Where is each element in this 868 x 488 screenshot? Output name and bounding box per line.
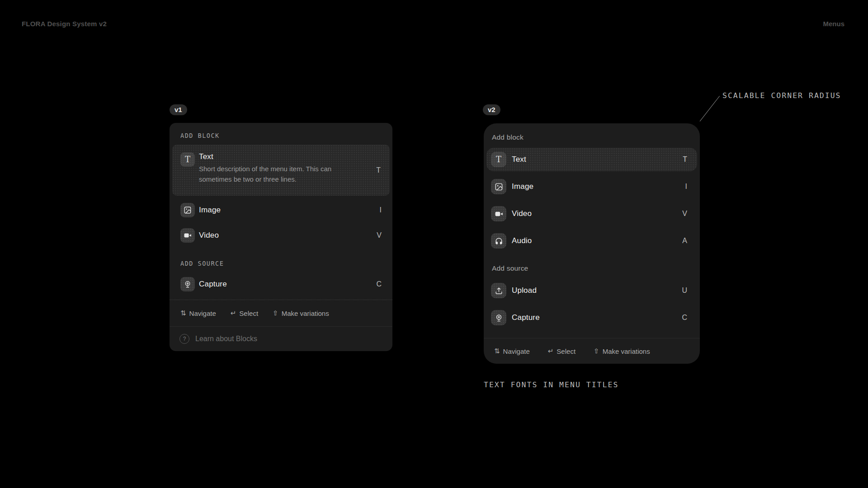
- shortcut-key: A: [682, 237, 687, 245]
- menu-item-label: Text: [512, 155, 526, 164]
- upload-icon: [491, 283, 506, 298]
- menu-item-capture[interactable]: Capture C: [486, 306, 697, 329]
- hint-navigate: ⇅ Navigate: [180, 309, 216, 317]
- hint-label: Navigate: [503, 347, 530, 355]
- menu-item-text[interactable]: T Text T: [486, 148, 697, 171]
- return-key-icon: ↵: [231, 309, 236, 317]
- menu-item-label: Upload: [512, 286, 537, 295]
- section-header-add-block: Add block: [484, 123, 700, 148]
- menu-footer-hints: ⇅ Navigate ↵ Select ⇧ Make variations: [484, 338, 700, 364]
- shortcut-key: V: [377, 231, 382, 239]
- shortcut-key: C: [682, 314, 687, 322]
- menu-spacer: [484, 333, 700, 338]
- shift-key-icon: ⇧: [594, 347, 599, 355]
- shortcut-key: U: [682, 286, 687, 295]
- shortcut-key: I: [380, 206, 382, 214]
- video-icon: [180, 228, 195, 243]
- menu-item-image[interactable]: Image I: [486, 175, 697, 198]
- menu-item-label: Capture: [512, 313, 540, 322]
- text-block-icon: T: [180, 152, 195, 167]
- section-header-add-block: ADD BLOCK: [170, 123, 392, 145]
- menu-item-image[interactable]: Image I: [172, 199, 390, 221]
- menu-v2: Add block T Text T Image I Video: [484, 123, 700, 364]
- image-icon: [491, 179, 506, 194]
- shortcut-key: T: [376, 166, 381, 174]
- menu-item-label: Video: [199, 231, 219, 240]
- hint-select: ↵ Select: [231, 309, 258, 317]
- capture-webcam-icon: [180, 277, 195, 291]
- menu-v1: ADD BLOCK T Text Short description of th…: [170, 123, 392, 351]
- hint-make-variations: ⇧ Make variations: [273, 309, 329, 317]
- shift-key-icon: ⇧: [273, 309, 278, 317]
- hint-select: ↵ Select: [548, 347, 576, 355]
- annotation-menu-titles: TEXT FONTS IN MENU TITLES: [484, 380, 618, 389]
- menu-footer-hints: ⇅ Navigate ↵ Select ⇧ Make variations: [170, 300, 392, 326]
- menu-item-text[interactable]: T Text Short description of the menu ite…: [172, 145, 390, 196]
- menu-item-label: Text: [199, 152, 350, 161]
- menu-item-label: Video: [512, 209, 532, 218]
- hint-label: Select: [239, 310, 258, 317]
- arrows-up-down-icon: ⇅: [180, 309, 186, 317]
- page-title: FLORA Design System v2: [22, 20, 107, 28]
- menu-item-video[interactable]: Video V: [486, 202, 697, 225]
- version-badge-v2: v2: [483, 104, 500, 115]
- arrows-up-down-icon: ⇅: [494, 347, 500, 355]
- version-badge-v1: v1: [170, 104, 187, 115]
- shortcut-key: I: [685, 183, 687, 191]
- menu-item-text-content: Text Short description of the menu item.…: [199, 152, 350, 184]
- shortcut-key: T: [683, 155, 687, 164]
- menu-item-capture[interactable]: Capture C: [172, 273, 390, 295]
- menu-item-upload[interactable]: Upload U: [486, 279, 697, 302]
- return-key-icon: ↵: [548, 347, 554, 355]
- menu-item-label: Image: [199, 206, 221, 215]
- section-header-add-source: ADD SOURCE: [170, 246, 392, 273]
- shortcut-key: C: [376, 280, 382, 288]
- menu-item-label: Capture: [199, 280, 227, 289]
- menu-item-label: Image: [512, 182, 533, 191]
- menu-item-video[interactable]: Video V: [172, 225, 390, 246]
- hint-label: Make variations: [603, 347, 650, 355]
- hint-label: Select: [557, 347, 576, 355]
- menu-item-label: Audio: [512, 236, 532, 245]
- annotation-corner-radius: SCALABLE CORNER RADIUS: [722, 91, 841, 100]
- image-icon: [180, 203, 195, 217]
- nav-menus-label[interactable]: Menus: [823, 20, 844, 28]
- hint-navigate: ⇅ Navigate: [494, 347, 530, 355]
- question-mark-icon: ?: [179, 334, 189, 344]
- learn-about-blocks-link[interactable]: ? Learn about Blocks: [170, 327, 392, 351]
- design-system-canvas: FLORA Design System v2 Menus v1 ADD BLOC…: [0, 0, 868, 488]
- shortcut-key: V: [682, 210, 687, 218]
- capture-webcam-icon: [491, 310, 506, 325]
- menu-item-audio[interactable]: Audio A: [486, 229, 697, 253]
- video-icon: [491, 206, 506, 221]
- text-block-icon: T: [491, 152, 506, 167]
- hint-label: Make variations: [282, 310, 329, 317]
- section-header-add-source: Add source: [484, 256, 700, 279]
- hint-make-variations: ⇧ Make variations: [594, 347, 650, 355]
- audio-icon: [491, 233, 506, 249]
- menu-item-description: Short description of the menu item. This…: [199, 164, 350, 184]
- annotation-pointer-line: [700, 96, 720, 122]
- hint-label: Navigate: [189, 310, 216, 317]
- learn-label: Learn about Blocks: [195, 335, 257, 343]
